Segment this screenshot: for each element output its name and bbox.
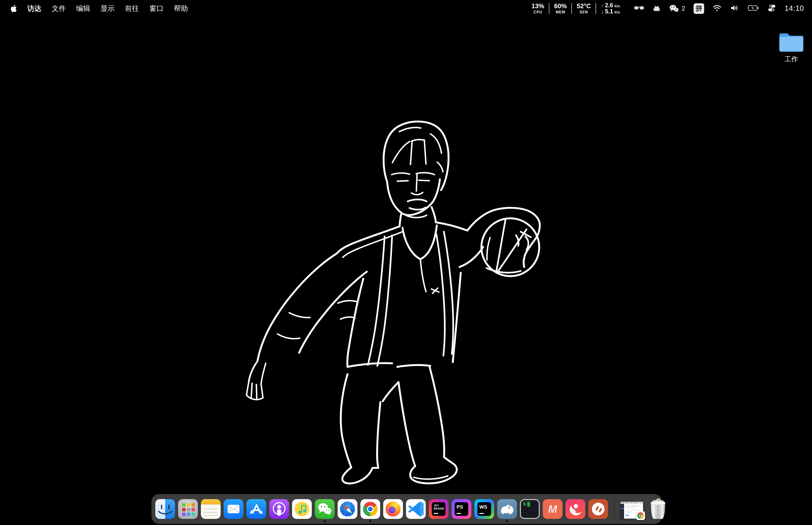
dock-folx[interactable] <box>566 499 585 519</box>
dock-mweb[interactable]: M <box>543 499 563 519</box>
apple-menu[interactable] <box>10 4 17 13</box>
wechat-dock-icon <box>315 499 335 519</box>
dock-phpstorm[interactable]: PS <box>451 499 471 519</box>
dock-webstorm[interactable]: WS <box>474 499 494 519</box>
dock-wechat[interactable] <box>315 499 335 519</box>
dock-launchpad[interactable] <box>178 499 198 519</box>
mem-stat: 60% MEM <box>554 3 567 14</box>
stat-divider <box>596 3 596 14</box>
cpu-stat: 13% CPU <box>532 3 544 14</box>
dock-finder[interactable] <box>155 499 175 519</box>
temp-stat: 52°C SEN <box>577 3 591 14</box>
dock-vscode[interactable] <box>406 499 426 519</box>
download-arrow-icon: ↓ <box>601 10 603 14</box>
folder-label: 工作 <box>775 55 808 64</box>
running-indicator <box>506 520 508 522</box>
menu-bar-clock[interactable]: 14:10 <box>784 4 804 13</box>
dock-trash-full[interactable] <box>647 498 669 520</box>
macos-desktop: { "colors": { "menubar_bg": "#000000", "… <box>0 0 812 525</box>
dock-safari[interactable] <box>338 499 357 519</box>
runcat-icon[interactable] <box>653 4 661 13</box>
pinyin-input-icon[interactable]: 拼 <box>693 3 704 14</box>
wechat-icon <box>669 5 679 12</box>
dock-podcasts[interactable] <box>269 499 289 519</box>
dock-notes[interactable] <box>201 499 220 519</box>
app-menus: 访达 文件 编辑 显示 前往 窗口 帮助 <box>27 4 188 13</box>
basketball-player-line-art <box>0 0 812 525</box>
qq-music-icon <box>292 499 312 519</box>
wallpaper <box>0 0 812 525</box>
mamp-elephant-icon <box>497 499 517 519</box>
dock-qq-music[interactable] <box>292 499 312 519</box>
webstorm-icon: WS <box>477 502 491 516</box>
dock-app-store[interactable] <box>246 499 266 519</box>
finder-icon <box>155 499 175 519</box>
trash-icon <box>647 498 669 520</box>
phpstorm-icon: PS <box>455 502 468 516</box>
battery-charging-icon[interactable] <box>747 5 759 12</box>
dock-terminal[interactable]: $ <box>520 499 540 519</box>
vscode-icon <box>406 499 426 519</box>
jetbrains-icon: JET BRAINS <box>432 502 445 516</box>
menu-go[interactable]: 前往 <box>125 4 139 13</box>
folder-icon <box>778 32 805 52</box>
network-speed-stat: ↑ 2.6 K/s ↓ 5.1 K/s <box>601 2 620 15</box>
status-icons: 2 拼 <box>634 3 804 14</box>
wechat-unread-count: 2 <box>681 5 685 12</box>
stat-divider <box>549 3 549 14</box>
remote-desktop-icon <box>588 499 608 519</box>
running-indicator <box>369 520 371 522</box>
menu-window[interactable]: 窗口 <box>150 4 164 13</box>
desktop-folder-work[interactable]: 工作 <box>775 32 808 64</box>
dock-separator <box>614 499 615 519</box>
menu-bar: 访达 文件 编辑 显示 前往 窗口 帮助 13% CPU 60% MEM 52°… <box>0 0 812 17</box>
stat-divider <box>571 3 572 14</box>
menu-finder[interactable]: 访达 <box>27 4 41 13</box>
notes-icon <box>201 499 220 504</box>
upload-arrow-icon: ↑ <box>601 3 603 8</box>
menu-edit[interactable]: 编辑 <box>76 4 90 13</box>
safari-icon <box>338 499 357 519</box>
menu-help[interactable]: 帮助 <box>174 4 188 13</box>
glasses-icon[interactable] <box>634 5 644 12</box>
minimized-chrome-window[interactable] <box>621 502 643 519</box>
mweb-icon: M <box>548 503 557 515</box>
launchpad-icon <box>182 503 195 516</box>
wifi-icon[interactable] <box>713 4 722 13</box>
dock-mamp[interactable] <box>497 499 517 519</box>
dock: JET BRAINS PS WS $ M <box>152 494 662 524</box>
folx-fox-icon <box>566 499 585 519</box>
dock-remote-desktop[interactable] <box>588 499 608 519</box>
dock-jetbrains-toolbox[interactable]: JET BRAINS <box>429 499 448 519</box>
menu-file[interactable]: 文件 <box>52 4 66 13</box>
system-stats[interactable]: 13% CPU 60% MEM 52°C SEN ↑ 2.6 K/s <box>532 2 620 15</box>
wechat-status[interactable]: 2 <box>669 5 685 12</box>
menu-view[interactable]: 显示 <box>101 4 114 13</box>
podcasts-icon <box>269 499 289 519</box>
volume-icon[interactable] <box>730 4 739 13</box>
running-indicator <box>323 520 326 522</box>
chrome-badge-icon <box>636 511 645 520</box>
mail-icon <box>224 499 243 519</box>
menu-bar-status: 13% CPU 60% MEM 52°C SEN ↑ 2.6 K/s <box>532 2 804 15</box>
terminal-icon: $ <box>523 501 530 507</box>
control-center-icon[interactable] <box>768 4 776 13</box>
apple-logo-icon <box>10 4 17 13</box>
app-store-icon <box>246 499 266 519</box>
dock-firefox[interactable] <box>383 499 403 519</box>
dock-chrome[interactable] <box>361 499 380 519</box>
dock-mail[interactable] <box>224 499 243 519</box>
